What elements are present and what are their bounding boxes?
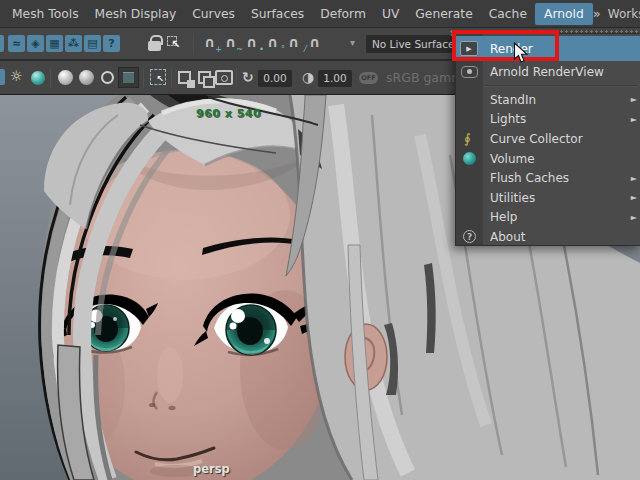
menu-item-about[interactable]: ? About (456, 227, 640, 247)
menu-item-arnold-renderview[interactable]: Arnold RenderView (456, 61, 640, 82)
shaded-textured-icon[interactable] (31, 71, 45, 85)
menu-item-label: Arnold RenderView (490, 65, 604, 79)
view-transform-off-toggle[interactable]: OFF (359, 72, 378, 84)
menu-deform[interactable]: Deform (312, 3, 374, 25)
submenu-arrow-icon: ► (631, 193, 637, 202)
menu-mesh-tools[interactable]: Mesh Tools (4, 3, 87, 25)
clipped-icon (0, 35, 4, 52)
submenu-arrow-icon: ► (631, 95, 637, 104)
renderview-eye-icon (461, 66, 478, 78)
menu-item-label: Help (490, 210, 517, 224)
snap-curve-icon[interactable]: ∩~ (225, 35, 243, 53)
cursor-arrow-icon: ↖ (171, 38, 180, 51)
chevron-right-icon[interactable]: » (593, 6, 601, 21)
separator (193, 33, 194, 55)
highlight-selection-icon[interactable]: ↖ (167, 36, 183, 53)
menu-item-standin[interactable]: StandIn ► (456, 90, 640, 110)
diamond-mask-icon[interactable]: ◈ (27, 35, 44, 52)
submenu-arrow-icon: ► (631, 213, 637, 222)
mouse-cursor (513, 42, 529, 64)
cluster-mask-icon[interactable]: ⁂ (65, 35, 82, 52)
rendering-mask-icon[interactable]: ▤ (84, 35, 101, 52)
gamma-icon[interactable]: ◑ (302, 69, 314, 85)
menu-item-flush-caches[interactable]: Flush Caches ► (456, 168, 640, 188)
menu-arnold[interactable]: Arnold (535, 3, 593, 25)
lattice-mask-icon[interactable]: ▦ (46, 35, 63, 52)
shading-sphere-icon[interactable] (58, 70, 73, 85)
gamma-field[interactable]: 1.00 (318, 70, 352, 87)
curve-collector-icon: ∮ (464, 131, 471, 146)
inner-square (123, 72, 134, 83)
menu-item-label: Curve Collector (490, 132, 583, 146)
light-bulb-icon[interactable]: ☼ (10, 68, 23, 84)
snap-options-caret-icon[interactable]: ▾ (350, 37, 355, 48)
menu-item-lights[interactable]: Lights ► (456, 110, 640, 130)
curve-tool-icon[interactable]: ≈ (8, 35, 25, 52)
menu-uv[interactable]: UV (374, 3, 407, 25)
lit-sphere-icon[interactable] (79, 70, 94, 85)
menu-item-label: Flush Caches (490, 171, 569, 185)
lock-selection-icon[interactable] (148, 41, 161, 51)
workspace-label: Workspace : (608, 7, 640, 21)
submenu-arrow-icon: ► (631, 174, 637, 183)
menu-item-label: Utilities (490, 191, 535, 205)
submenu-arrow-icon: ► (631, 115, 637, 124)
tear-off-copy-icon[interactable] (198, 71, 211, 84)
menu-bar: Mesh Tools Mesh Display Curves Surfaces … (0, 0, 640, 28)
about-question-icon: ? (463, 230, 476, 243)
snap-grid-icon[interactable]: ∩+ (204, 35, 222, 53)
menu-generate[interactable]: Generate (407, 3, 480, 25)
resolution-gate-label: 960 x 540 (196, 107, 261, 120)
menu-item-label: StandIn (490, 93, 536, 107)
menu-item-label: Volume (490, 152, 535, 166)
live-surface-field[interactable]: No Live Surface (366, 35, 452, 53)
wireframe-circle-icon[interactable] (101, 71, 114, 84)
menu-separator (456, 82, 640, 90)
snap-view-plane-icon[interactable]: ∩⁄ (288, 35, 306, 53)
snap-surface-icon[interactable]: ∩ (309, 35, 327, 53)
clipped-icon (0, 69, 5, 85)
snap-point-icon[interactable]: ∩• (246, 35, 264, 53)
separator (236, 68, 237, 88)
active-view-toggle-icon[interactable] (118, 67, 139, 88)
image-plane-icon[interactable] (215, 70, 233, 85)
menu-item-volume[interactable]: Volume (456, 149, 640, 169)
menu-item-curve-collector[interactable]: ∮ Curve Collector (456, 129, 640, 149)
separator (143, 68, 144, 88)
camera-name-label: persp (193, 462, 230, 476)
snap-projected-center-icon[interactable]: ∩° (267, 35, 285, 53)
menu-mesh-display[interactable]: Mesh Display (87, 3, 185, 25)
separator (171, 68, 172, 88)
misc-mask-icon[interactable]: ? (103, 35, 120, 52)
menu-item-utilities[interactable]: Utilities ► (456, 188, 640, 208)
exposure-field[interactable]: 0.00 (258, 70, 292, 87)
exposure-icon[interactable]: ↻ (242, 69, 254, 85)
annotation-rectangle (452, 30, 559, 61)
volume-sphere-icon (463, 152, 476, 165)
menu-surfaces[interactable]: Surfaces (243, 3, 312, 25)
menu-item-label: About (490, 230, 525, 244)
maya-window: Mesh Tools Mesh Display Curves Surfaces … (0, 0, 640, 480)
arnold-dropdown-menu: ▶ Render Arnold RenderView StandIn ► Lig… (455, 33, 640, 246)
menu-item-label: Lights (490, 112, 526, 126)
menu-cache[interactable]: Cache (481, 3, 535, 25)
menu-item-help[interactable]: Help ► (456, 208, 640, 228)
duplicate-view-icon[interactable] (178, 71, 191, 84)
menu-curves[interactable]: Curves (184, 3, 243, 25)
separator (50, 68, 51, 88)
isolate-select-icon[interactable]: ↖ (150, 69, 166, 85)
